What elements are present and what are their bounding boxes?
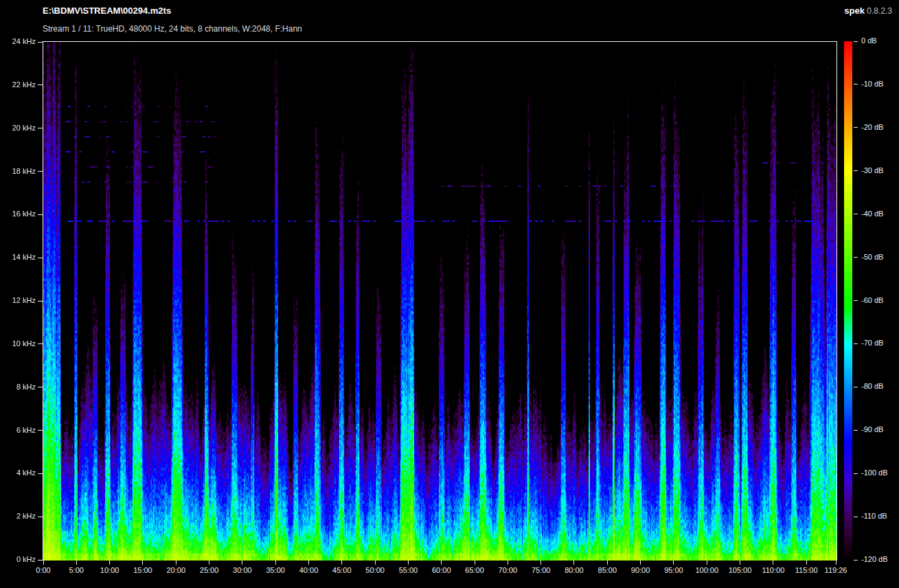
x-axis-tick [607, 561, 608, 565]
spectrogram-plot [43, 41, 837, 561]
colorbar-tick [854, 473, 858, 474]
x-axis-tick [640, 561, 641, 565]
x-axis-tick [375, 561, 376, 565]
y-axis-label: 24 kHz [3, 37, 36, 46]
x-axis-tick [209, 561, 209, 565]
colorbar-label: -30 dB [861, 166, 899, 175]
y-axis-tick [38, 128, 43, 128]
colorbar-tick [854, 517, 858, 517]
colorbar-tick [854, 560, 858, 561]
x-axis-tick [142, 561, 143, 565]
y-axis-label: 16 kHz [3, 210, 36, 218]
y-axis-tick [38, 387, 43, 387]
y-axis-label: 18 kHz [3, 167, 36, 176]
x-axis-tick [740, 561, 740, 565]
colorbar-label: -60 dB [861, 296, 899, 305]
x-axis-tick [242, 561, 242, 565]
colorbar-tick [854, 430, 858, 431]
colorbar-label: -90 dB [861, 425, 899, 434]
colorbar-label: -80 dB [861, 382, 899, 391]
x-axis-tick [308, 561, 309, 565]
colorbar-label: -70 dB [861, 339, 899, 348]
colorbar-label: 0 dB [861, 36, 899, 45]
x-axis-tick [573, 561, 574, 565]
app-version-number: 0.8.2.3 [867, 6, 892, 16]
x-axis-tick [540, 561, 541, 565]
app-version-label: spek 0.8.2.3 [844, 5, 892, 16]
y-axis-tick [38, 214, 43, 215]
app-name: spek [844, 5, 865, 16]
x-axis-tick [773, 561, 773, 565]
y-axis-tick [38, 560, 43, 561]
x-axis-tick [441, 561, 442, 565]
x-axis-tick [341, 561, 342, 565]
y-axis-label: 0 kHz [3, 555, 36, 564]
x-axis-tick [76, 561, 77, 565]
y-axis-label: 4 kHz [3, 468, 36, 477]
x-axis-tick [475, 561, 475, 565]
spectrogram-canvas [43, 42, 837, 561]
colorbar-label: -120 dB [861, 555, 899, 564]
x-axis-tick [275, 561, 276, 565]
colorbar-tick [854, 214, 858, 214]
y-axis-label: 10 kHz [3, 339, 36, 348]
stream-info: Stream 1 / 11: TrueHD, 48000 Hz, 24 bits… [43, 24, 302, 34]
x-axis-tick [176, 561, 177, 565]
y-axis-label: 2 kHz [3, 512, 36, 521]
colorbar-label: -50 dB [861, 253, 899, 262]
colorbar-label: -20 dB [861, 123, 899, 132]
x-axis-tick [109, 561, 110, 565]
y-axis-tick [38, 517, 43, 517]
spek-window: E:\BDMV\STREAM\00294.m2ts spek 0.8.2.3 S… [0, 0, 899, 588]
y-axis-label: 8 kHz [3, 383, 36, 392]
colorbar-tick [854, 300, 858, 301]
y-axis-tick [38, 301, 43, 302]
colorbar-label: -40 dB [861, 210, 899, 218]
y-axis-tick [38, 258, 43, 258]
y-axis-tick [38, 343, 43, 344]
x-axis-label: 119:26 [815, 566, 856, 575]
y-axis-tick [38, 171, 43, 172]
x-axis-tick [508, 561, 508, 565]
y-axis-label: 20 kHz [3, 124, 36, 133]
colorbar-tick [854, 343, 858, 344]
x-axis-tick [43, 561, 44, 565]
colorbar-label: -100 dB [861, 468, 899, 477]
y-axis-label: 6 kHz [3, 426, 36, 435]
x-axis-tick [707, 561, 707, 565]
x-axis-tick [673, 561, 674, 565]
y-axis-label: 22 kHz [3, 80, 36, 89]
file-path-title: E:\BDMV\STREAM\00294.m2ts [43, 5, 171, 16]
y-axis-tick [38, 473, 43, 474]
colorbar-tick [854, 257, 858, 258]
colorbar-tick [854, 387, 858, 387]
colorbar-tick [854, 127, 858, 128]
x-axis-tick [836, 561, 837, 565]
colorbar-tick [854, 41, 858, 42]
colorbar-tick [854, 84, 858, 84]
colorbar-label: -10 dB [861, 80, 899, 89]
y-axis-label: 12 kHz [3, 296, 36, 305]
x-axis-tick [408, 561, 409, 565]
y-axis-label: 14 kHz [3, 253, 36, 262]
colorbar-label: -110 dB [861, 512, 899, 521]
x-axis-tick [806, 561, 807, 565]
y-axis-tick [38, 42, 43, 43]
colorbar [844, 41, 852, 561]
colorbar-tick [854, 170, 858, 171]
y-axis-tick [38, 430, 43, 431]
y-axis-tick [38, 84, 43, 85]
